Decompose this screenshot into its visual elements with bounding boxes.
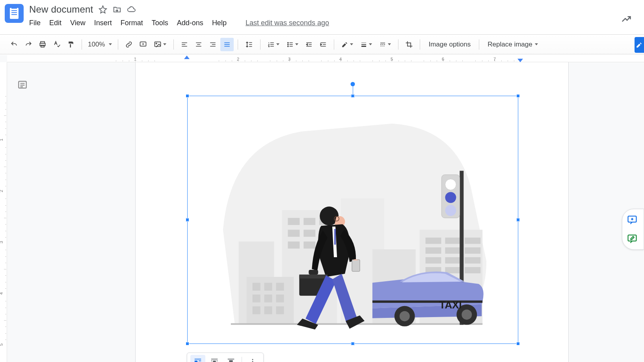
svg-rect-18: [303, 218, 315, 225]
svg-rect-27: [445, 238, 461, 244]
increase-indent-button[interactable]: [316, 38, 330, 51]
border-color-button[interactable]: [338, 38, 356, 51]
zoom-value: 100%: [88, 41, 105, 48]
svg-point-50: [445, 179, 456, 190]
left-indent-marker[interactable]: [184, 56, 190, 59]
svg-rect-66: [309, 270, 318, 275]
horizontal-ruler[interactable]: 1234567: [7, 55, 644, 62]
svg-point-70: [252, 359, 253, 360]
svg-rect-46: [276, 306, 284, 314]
align-justify-button[interactable]: [220, 38, 234, 51]
page[interactable]: TAXI: [135, 62, 569, 362]
line-spacing-button[interactable]: [242, 38, 256, 51]
workspace: 1234567 12345: [0, 55, 644, 362]
menu-file[interactable]: File: [29, 19, 41, 27]
menu-tools[interactable]: Tools: [152, 19, 168, 27]
chevron-down-icon: [535, 43, 538, 45]
undo-button[interactable]: [7, 38, 21, 51]
image-options-button[interactable]: Image options: [424, 38, 475, 51]
taxi-label: TAXI: [439, 299, 462, 310]
replace-image-button[interactable]: Replace image: [483, 38, 542, 51]
svg-point-8: [288, 44, 288, 45]
print-button[interactable]: [36, 38, 49, 51]
svg-rect-43: [276, 295, 284, 303]
decrease-indent-button[interactable]: [302, 38, 316, 51]
menu-addons[interactable]: Add-ons: [177, 19, 203, 27]
wrap-more-button[interactable]: [245, 355, 260, 362]
replace-image-label: Replace image: [488, 41, 532, 48]
svg-rect-24: [303, 241, 315, 249]
menu-bar: File Edit View Insert Format Tools Add-o…: [29, 19, 639, 27]
bulleted-list-button[interactable]: [283, 38, 302, 51]
wrap-text-button[interactable]: [207, 355, 222, 362]
svg-rect-74: [628, 235, 637, 241]
border-dash-button[interactable]: [376, 38, 394, 51]
document-title[interactable]: New document: [29, 4, 93, 15]
svg-point-58: [462, 310, 472, 320]
star-icon[interactable]: [99, 5, 107, 14]
toolbar-separator: [82, 39, 82, 50]
svg-rect-42: [264, 295, 272, 303]
wrap-inline-button[interactable]: [190, 355, 205, 362]
svg-point-52: [445, 205, 456, 216]
mode-edit-button[interactable]: [635, 37, 644, 53]
svg-rect-23: [288, 241, 300, 249]
chevron-down-icon: [350, 43, 353, 45]
spellcheck-button[interactable]: [50, 38, 63, 51]
svg-rect-65: [299, 275, 328, 278]
cloud-saved-icon[interactable]: [127, 5, 136, 14]
svg-rect-31: [465, 247, 480, 254]
side-action-panel: [622, 209, 644, 250]
svg-rect-62: [352, 260, 360, 271]
svg-rect-21: [303, 230, 315, 237]
wrap-break-button[interactable]: [223, 355, 238, 362]
redo-button[interactable]: [22, 38, 35, 51]
svg-rect-61: [334, 229, 336, 245]
move-to-folder-icon[interactable]: [113, 5, 121, 14]
svg-rect-40: [276, 283, 284, 291]
chevron-down-icon: [109, 43, 112, 45]
last-edit-link[interactable]: Last edit was seconds ago: [246, 19, 329, 27]
svg-rect-37: [465, 267, 480, 273]
svg-rect-30: [445, 247, 461, 254]
selected-image[interactable]: TAXI: [187, 96, 518, 344]
illustration-image: TAXI: [188, 96, 518, 344]
svg-rect-26: [426, 238, 441, 244]
svg-rect-17: [288, 218, 300, 225]
chevron-down-icon: [163, 43, 166, 45]
toolbar: 100% Image options Replace image: [0, 35, 644, 54]
svg-rect-69: [229, 360, 233, 362]
menu-help[interactable]: Help: [212, 19, 227, 27]
docs-app-icon[interactable]: [5, 4, 24, 23]
menu-view[interactable]: View: [70, 19, 86, 27]
svg-rect-67: [195, 360, 197, 362]
menu-edit[interactable]: Edit: [49, 19, 61, 27]
menu-insert[interactable]: Insert: [94, 19, 112, 27]
rotation-handle[interactable]: [351, 82, 355, 86]
svg-rect-44: [253, 306, 261, 314]
crop-button[interactable]: [402, 38, 416, 51]
svg-rect-34: [465, 257, 480, 264]
zoom-dropdown[interactable]: 100%: [86, 41, 114, 48]
numbered-list-button[interactable]: [264, 38, 283, 51]
border-weight-button[interactable]: [357, 38, 375, 51]
svg-rect-68: [213, 360, 216, 362]
svg-point-9: [288, 46, 288, 46]
add-comment-button[interactable]: [136, 38, 150, 51]
align-left-button[interactable]: [178, 38, 191, 51]
activity-icon[interactable]: [621, 13, 632, 24]
add-comment-side-button[interactable]: [625, 213, 639, 226]
menu-format[interactable]: Format: [121, 19, 143, 27]
chevron-down-icon: [295, 43, 298, 45]
insert-image-button[interactable]: [151, 38, 169, 51]
align-center-button[interactable]: [192, 38, 205, 51]
right-indent-marker[interactable]: [517, 59, 523, 62]
insert-link-button[interactable]: [122, 38, 136, 51]
page-scroll-area[interactable]: TAXI: [7, 62, 644, 362]
align-right-button[interactable]: [206, 38, 220, 51]
paint-format-button[interactable]: [64, 38, 78, 51]
svg-point-6: [156, 43, 157, 44]
svg-rect-45: [264, 306, 272, 314]
suggest-edits-side-button[interactable]: [625, 232, 639, 245]
vertical-ruler[interactable]: 12345: [0, 62, 7, 362]
